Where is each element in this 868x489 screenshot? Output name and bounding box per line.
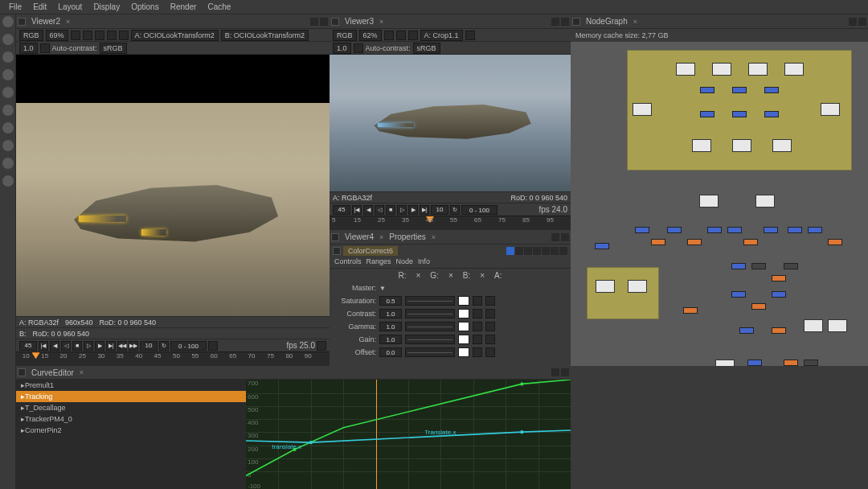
goto-end-icon[interactable]: ▶| bbox=[106, 341, 116, 351]
read-node[interactable] bbox=[748, 63, 768, 76]
viewer3-viewport[interactable] bbox=[330, 55, 571, 191]
gain-reset[interactable] bbox=[354, 43, 363, 53]
read-node[interactable] bbox=[784, 63, 804, 76]
node[interactable] bbox=[699, 195, 719, 208]
zoom-select[interactable]: 69% bbox=[46, 30, 68, 41]
menu-render[interactable]: Render bbox=[165, 2, 203, 11]
color-tool-icon[interactable] bbox=[2, 69, 14, 80]
goto-start-icon[interactable]: |◀ bbox=[352, 205, 362, 215]
panel-close-icon[interactable] bbox=[561, 18, 569, 26]
menu-display[interactable]: Display bbox=[88, 2, 125, 11]
read-node[interactable] bbox=[732, 139, 751, 152]
other-tool-icon[interactable] bbox=[2, 175, 14, 187]
node-opt-icon[interactable] bbox=[515, 247, 523, 255]
gamma-input[interactable]: 1.0 bbox=[379, 322, 402, 331]
node-a-select[interactable]: A: OCIOLookTransform2 bbox=[131, 30, 219, 41]
color-swatch[interactable] bbox=[458, 335, 469, 344]
step-input[interactable]: 10 bbox=[140, 341, 158, 351]
filter-tool-icon[interactable] bbox=[2, 87, 14, 98]
viewer3-tab[interactable]: Viewer3 bbox=[342, 17, 377, 26]
tab-info[interactable]: Info bbox=[418, 257, 430, 268]
close-icon[interactable]: × bbox=[377, 233, 386, 241]
node[interactable] bbox=[747, 360, 762, 366]
node-graph-canvas[interactable] bbox=[571, 42, 868, 366]
close-icon[interactable]: × bbox=[77, 368, 86, 376]
viewer-opt4[interactable] bbox=[107, 31, 117, 40]
node-collapse-icon[interactable] bbox=[333, 247, 341, 255]
close-icon[interactable]: × bbox=[631, 18, 640, 26]
read-node[interactable] bbox=[772, 139, 792, 152]
anim-icon[interactable] bbox=[473, 322, 482, 331]
node[interactable] bbox=[683, 307, 698, 314]
panel-split-icon[interactable] bbox=[331, 233, 339, 241]
node[interactable] bbox=[751, 263, 766, 269]
play-fwd-icon[interactable]: ▶ bbox=[95, 341, 104, 351]
node-reset-icon[interactable] bbox=[551, 247, 559, 255]
node[interactable] bbox=[700, 111, 714, 117]
read-node[interactable] bbox=[633, 103, 652, 116]
node[interactable] bbox=[772, 291, 786, 298]
colorspace-select[interactable]: sRGB bbox=[413, 43, 440, 54]
viewer-opt3[interactable] bbox=[95, 31, 104, 40]
node-name[interactable]: ColorCorrect6 bbox=[343, 246, 398, 256]
saturation-slider[interactable] bbox=[405, 296, 455, 306]
gamma-slider[interactable] bbox=[405, 322, 455, 331]
node[interactable] bbox=[707, 227, 722, 233]
play-back-icon[interactable]: ◀ bbox=[363, 205, 373, 215]
node[interactable] bbox=[784, 263, 798, 269]
anim-icon[interactable] bbox=[473, 309, 482, 318]
tree-item-selected[interactable]: ▸ Tracking bbox=[16, 391, 246, 402]
keyer-tool-icon[interactable] bbox=[2, 105, 14, 116]
tab-node[interactable]: Node bbox=[396, 257, 414, 268]
node[interactable] bbox=[651, 239, 665, 245]
node-color-icon[interactable] bbox=[506, 247, 514, 255]
menu-layout[interactable]: Layout bbox=[52, 2, 88, 11]
panel-split-icon[interactable] bbox=[331, 18, 339, 26]
range-input[interactable]: 0 - 100 bbox=[170, 341, 207, 351]
range-input[interactable]: 0 - 100 bbox=[461, 205, 497, 215]
node[interactable] bbox=[715, 360, 735, 366]
next-key-icon[interactable]: ▶▶ bbox=[129, 341, 138, 351]
node[interactable] bbox=[727, 227, 742, 233]
viewer2-tab[interactable]: Viewer2 bbox=[28, 17, 63, 26]
node[interactable] bbox=[595, 243, 609, 249]
node[interactable] bbox=[739, 327, 754, 334]
node[interactable] bbox=[731, 263, 746, 269]
goto-start-icon[interactable]: |◀ bbox=[39, 341, 48, 351]
b-channel[interactable]: B: bbox=[463, 271, 470, 280]
step-back-icon[interactable]: ◁ bbox=[61, 341, 71, 351]
step-back-icon[interactable]: ◁ bbox=[375, 205, 384, 215]
a-channel[interactable]: A: bbox=[494, 271, 502, 280]
node[interactable] bbox=[667, 227, 682, 233]
color-swatch[interactable] bbox=[458, 296, 469, 306]
close-icon[interactable]: × bbox=[377, 18, 386, 26]
step-fwd-icon[interactable]: ▷ bbox=[397, 205, 407, 215]
channel-select[interactable]: RGB bbox=[19, 30, 43, 41]
gain-input[interactable]: 1.0 bbox=[19, 43, 38, 54]
panel-split-icon[interactable] bbox=[572, 18, 580, 26]
anim-icon[interactable] bbox=[473, 347, 482, 357]
node-b-select[interactable]: B: OCIOLookTransform2 bbox=[221, 30, 309, 41]
node-redo-icon[interactable] bbox=[542, 247, 550, 255]
tree-item[interactable]: ▸ Premult1 bbox=[16, 380, 246, 391]
viewer-opt[interactable] bbox=[408, 31, 418, 40]
node[interactable] bbox=[772, 327, 786, 334]
node[interactable] bbox=[751, 303, 766, 310]
views-tool-icon[interactable] bbox=[2, 158, 14, 169]
color-swatch[interactable] bbox=[458, 322, 469, 331]
gain-slider[interactable] bbox=[405, 335, 455, 344]
curve-icon[interactable] bbox=[485, 296, 495, 306]
node[interactable] bbox=[635, 227, 649, 233]
gain-input[interactable]: 1.0 bbox=[379, 335, 402, 344]
node[interactable] bbox=[788, 227, 802, 233]
menu-options[interactable]: Options bbox=[125, 2, 164, 11]
tree-item[interactable]: ▸ T_Decallage bbox=[16, 402, 246, 413]
node[interactable] bbox=[764, 87, 779, 93]
merge-tool-icon[interactable] bbox=[2, 122, 14, 134]
anim-icon[interactable] bbox=[473, 335, 482, 344]
node[interactable] bbox=[687, 239, 702, 245]
read-node[interactable] bbox=[628, 280, 647, 293]
panel-float-icon[interactable] bbox=[849, 18, 857, 26]
panel-float-icon[interactable] bbox=[310, 18, 318, 26]
node-opt-icon[interactable] bbox=[524, 247, 532, 255]
